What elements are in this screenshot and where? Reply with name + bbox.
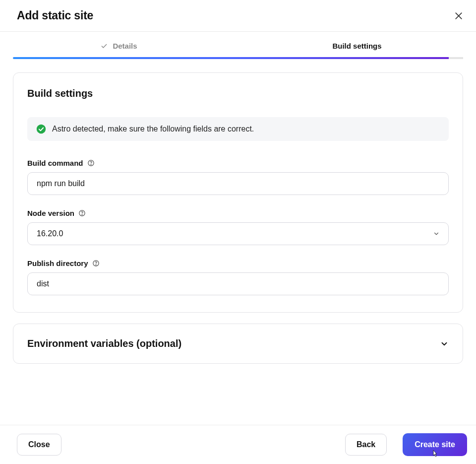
- step-build-settings[interactable]: Build settings: [238, 42, 476, 57]
- progress-bar: [13, 57, 463, 59]
- step-label: Build settings: [332, 42, 381, 50]
- help-icon[interactable]: [92, 260, 100, 267]
- publish-directory-label: Publish directory: [27, 259, 88, 267]
- build-command-label: Build command: [27, 159, 83, 167]
- back-button[interactable]: Back: [345, 434, 387, 456]
- step-details[interactable]: Details: [0, 42, 238, 57]
- check-circle-icon: [36, 124, 46, 134]
- svg-point-4: [91, 164, 91, 165]
- detection-notice: Astro detected, make sure the following …: [27, 117, 449, 141]
- check-icon: [101, 43, 108, 50]
- page-title: Add static site: [17, 9, 93, 22]
- step-label: Details: [113, 42, 137, 50]
- section-title: Build settings: [27, 88, 449, 99]
- create-site-label: Create site: [415, 440, 455, 449]
- env-variables-section[interactable]: Environment variables (optional): [13, 324, 463, 364]
- create-site-button[interactable]: Create site: [403, 433, 467, 456]
- notice-text: Astro detected, make sure the following …: [52, 125, 254, 133]
- build-command-input[interactable]: [27, 172, 449, 195]
- close-button[interactable]: Close: [17, 434, 61, 456]
- build-settings-card: Build settings Astro detected, make sure…: [13, 72, 463, 313]
- svg-point-2: [37, 125, 46, 133]
- svg-point-8: [96, 265, 96, 265]
- cursor-pointer-icon: [430, 449, 439, 458]
- svg-point-6: [82, 214, 82, 215]
- chevron-down-icon: [440, 339, 449, 348]
- node-version-select[interactable]: [27, 222, 449, 245]
- help-icon[interactable]: [87, 159, 95, 167]
- close-icon[interactable]: [454, 11, 464, 21]
- help-icon[interactable]: [78, 209, 86, 217]
- env-variables-title: Environment variables (optional): [27, 338, 181, 349]
- publish-directory-input[interactable]: [27, 272, 449, 295]
- node-version-label: Node version: [27, 209, 74, 217]
